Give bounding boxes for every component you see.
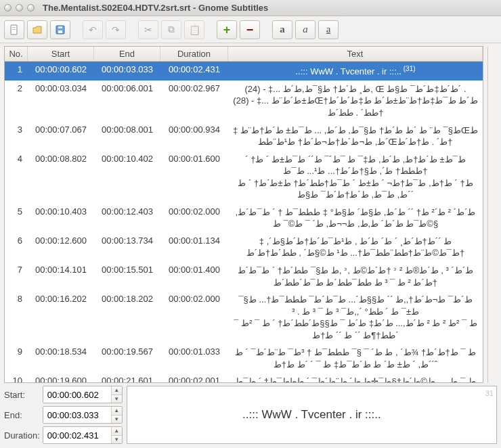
cell-end: 00:00:13.734 xyxy=(94,234,160,261)
cell-no: 9 xyxy=(5,345,28,372)
subtitle-table: No. Start End Duration Text 100:00:00.60… xyxy=(4,46,483,383)
delete-subtitle-button[interactable]: − xyxy=(240,20,260,39)
bold-button[interactable]: a xyxy=(272,20,292,39)
spinner-down-icon[interactable]: ▼ xyxy=(112,395,122,403)
cell-start: 00:00:16.202 xyxy=(28,292,94,342)
table-row[interactable]: 1000:00:19.60000:00:21.60100:00:02.001ط … xyxy=(5,373,483,382)
table-body[interactable]: 100:00:00.60200:00:03.03300:00:02.431..:… xyxy=(5,62,483,382)
cell-text: (24) - ‡... ط¸ ط´ط† ط§¯ط,ط´ط, Œ ط´ط‡ط´ط¯… xyxy=(228,82,483,120)
cell-no: 5 xyxy=(5,205,28,231)
cell-text: ط´ط¯ ط¬ط´ط†,,ط ´´ ط§§ط´... ط¯ط´ط¯ ططط¯ط†… xyxy=(228,292,483,342)
spinner-up-icon[interactable]: ▲ xyxy=(112,407,122,416)
minus-icon: − xyxy=(246,24,254,36)
cell-no: 1 xyxy=(5,63,28,79)
cell-text: ط ¯ ط†ط´ط† ¾ط´ , ط ط´ ¯ §¯ ططط¯ط † ³ط¯ ط… xyxy=(228,345,483,372)
underline-button[interactable]: a xyxy=(318,20,339,39)
end-time-input[interactable]: ▲▼ xyxy=(43,406,123,424)
spinner-down-icon[interactable]: ▼ xyxy=(112,416,122,424)
cell-text: ‡ ط§¯ ط¨ ط ´ط ط´ط† ط§¯ط, ط´ط, ... ط¯ط± ط… xyxy=(228,123,483,150)
svg-rect-5 xyxy=(58,26,62,28)
editor-pane: Start: ▲▼ End: ▲▼ Duration: ▲▼ ..::: WwW… xyxy=(4,386,497,444)
insert-subtitle-button[interactable]: + xyxy=(217,20,237,39)
cell-no: 7 xyxy=(5,263,28,290)
italic-button[interactable]: a xyxy=(295,20,315,39)
cell-dur: 00:00:02.431 xyxy=(160,63,228,79)
cell-start: 00:00:07.067 xyxy=(28,123,94,150)
cell-end: 00:00:03.033 xyxy=(94,63,160,79)
save-file-button[interactable] xyxy=(50,20,70,39)
table-row[interactable]: 700:00:14.10100:00:15.50100:00:01.400ط ط… xyxy=(5,262,483,291)
cell-end: 00:00:06.001 xyxy=(94,82,160,120)
table-row[interactable]: 300:00:07.06700:00:08.00100:00:00.934‡ ط… xyxy=(5,122,483,151)
italic-icon: a xyxy=(303,24,308,35)
paste-icon: 📋 xyxy=(189,24,200,35)
cell-start: 00:00:03.034 xyxy=(28,82,94,120)
header-no[interactable]: No. xyxy=(5,47,28,61)
new-file-button[interactable] xyxy=(4,20,24,39)
window-minimize-button[interactable] xyxy=(16,4,23,12)
redo-button[interactable]: ↷ xyxy=(106,20,126,39)
cell-end: 00:00:10.402 xyxy=(94,152,160,202)
end-time-field[interactable] xyxy=(43,407,111,423)
plus-icon: + xyxy=(223,24,231,36)
cell-start: 00:00:10.403 xyxy=(28,205,94,231)
svg-rect-1 xyxy=(12,27,16,28)
table-row[interactable]: 800:00:16.20200:00:18.20200:00:02.000ط´ط… xyxy=(5,291,483,344)
cell-text: ..::: WwW . Tvcenter . ir :::.. (31) xyxy=(228,63,483,79)
cell-dur: 00:00:02.001 xyxy=(160,374,228,382)
cell-dur: 00:00:01.134 xyxy=(160,234,228,261)
cell-no: 8 xyxy=(5,292,28,342)
start-label: Start: xyxy=(4,390,40,400)
duration-time-input[interactable]: ▲▼ xyxy=(43,426,123,444)
table-row[interactable]: 900:00:18.53400:00:19.56700:00:01.033ط ¯… xyxy=(5,344,483,373)
table-row[interactable]: 200:00:03.03400:00:06.00100:00:02.967(24… xyxy=(5,81,483,122)
spinner-up-icon[interactable]: ▲ xyxy=(112,427,122,436)
table-row[interactable]: 500:00:10.40300:00:12.40300:00:02.000ط´ط… xyxy=(5,204,483,233)
cell-end: 00:00:15.501 xyxy=(94,263,160,290)
char-count-badge: 31 xyxy=(485,389,494,397)
table-row[interactable]: 400:00:08.80200:00:10.40200:00:01.600ط¯ط… xyxy=(5,151,483,204)
window-close-button[interactable] xyxy=(4,4,12,12)
cell-no: 6 xyxy=(5,234,28,261)
cell-no: 2 xyxy=(5,82,28,120)
cell-dur: 00:00:02.967 xyxy=(160,82,228,120)
window-titlebar: The.Mentalist.S02E04.HDTV.2srt.srt - Gno… xyxy=(0,0,501,16)
cell-end: 00:00:18.202 xyxy=(94,292,160,342)
cell-dur: 00:00:02.000 xyxy=(160,292,228,342)
cell-text: ط¯ط± ط´ط†ط, ط´ط, ط‡¯ ط ¯ط´¯ ط´´ ط¯ط±ط ´ … xyxy=(228,152,483,202)
open-file-button[interactable] xyxy=(27,20,47,39)
spinner-up-icon[interactable]: ▲ xyxy=(112,386,122,395)
window-maximize-button[interactable] xyxy=(27,4,35,12)
table-row[interactable]: 100:00:00.60200:00:03.03300:00:02.431..:… xyxy=(5,62,483,81)
cut-icon: ✂ xyxy=(144,24,152,35)
cell-start: 00:00:00.602 xyxy=(28,63,94,79)
cell-no: 4 xyxy=(5,152,28,202)
vertical-scrollbar[interactable] xyxy=(487,46,497,383)
duration-time-field[interactable] xyxy=(43,427,111,443)
paste-button[interactable]: 📋 xyxy=(184,20,204,39)
save-icon xyxy=(55,24,66,35)
table-row[interactable]: 600:00:12.60000:00:13.73400:00:01.134‡ ط… xyxy=(5,233,483,262)
undo-icon: ↶ xyxy=(89,24,97,35)
duration-label: Duration: xyxy=(4,430,40,441)
end-label: End: xyxy=(4,410,40,420)
cell-start: 00:00:19.600 xyxy=(28,374,94,382)
header-end[interactable]: End xyxy=(94,47,160,61)
copy-button[interactable]: ⧉ xyxy=(161,20,181,39)
subtitle-text-editor[interactable]: ..::: WwW . Tvcenter . ir :::.. 31 xyxy=(127,386,497,444)
svg-rect-2 xyxy=(12,29,16,30)
header-text[interactable]: Text xyxy=(228,47,483,61)
cut-button[interactable]: ✂ xyxy=(138,20,158,39)
header-duration[interactable]: Duration xyxy=(160,47,228,61)
start-time-input[interactable]: ▲▼ xyxy=(43,386,123,403)
spinner-down-icon[interactable]: ▼ xyxy=(112,436,122,444)
header-start[interactable]: Start xyxy=(28,47,94,61)
cell-start: 00:00:18.534 xyxy=(28,345,94,372)
bold-icon: a xyxy=(280,24,285,35)
undo-button[interactable]: ↶ xyxy=(83,20,103,39)
cell-end: 00:00:19.567 xyxy=(94,345,160,372)
start-time-field[interactable] xyxy=(43,386,111,403)
cell-no: 10 xyxy=(5,374,28,382)
toolbar: ↶ ↷ ✂ ⧉ 📋 + − a a a xyxy=(0,16,501,43)
cell-start: 00:00:08.802 xyxy=(28,152,94,202)
